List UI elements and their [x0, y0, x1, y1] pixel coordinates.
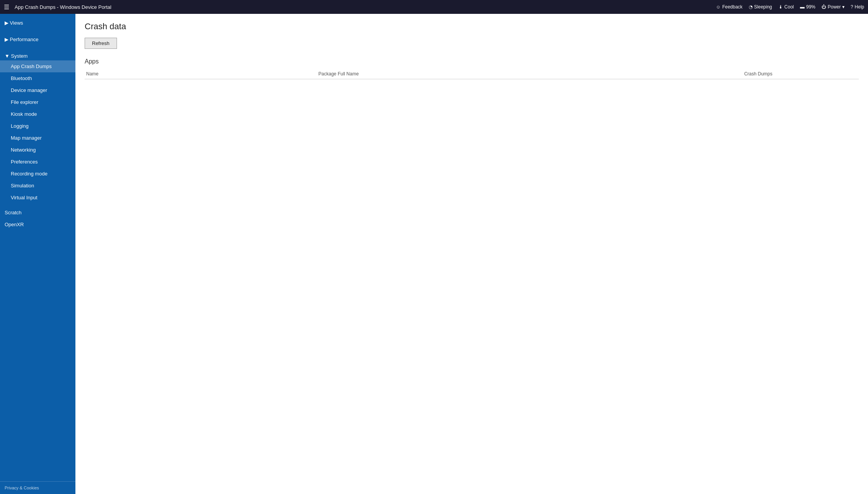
sidebar-item-file-explorer[interactable]: File explorer	[0, 96, 75, 108]
sidebar-item-logging[interactable]: Logging	[0, 120, 75, 132]
nav-section-views: ▶ Views	[0, 14, 75, 30]
feedback-icon: ☺	[716, 4, 721, 10]
sidebar-item-recording-mode[interactable]: Recording mode	[0, 168, 75, 180]
sidebar-item-simulation[interactable]: Simulation	[0, 180, 75, 192]
feedback-button[interactable]: ☺ Feedback	[716, 4, 743, 10]
page-title: Crash data	[85, 22, 859, 32]
content-inner: Crash data Refresh Apps Name Package Ful…	[75, 14, 868, 494]
sleep-label: Sleeping	[754, 4, 772, 10]
sidebar-item-bluetooth[interactable]: Bluetooth	[0, 72, 75, 84]
sidebar-item-views[interactable]: ▶ Views	[0, 17, 75, 27]
sleep-icon: ◔	[749, 4, 753, 10]
battery-label: 99%	[806, 4, 815, 10]
help-icon: ?	[851, 4, 853, 10]
hamburger-menu[interactable]: ☰	[4, 3, 9, 11]
system-items: App Crash DumpsBluetoothDevice managerFi…	[0, 60, 75, 204]
app-title: App Crash Dumps - Windows Device Portal	[15, 4, 713, 10]
sidebar-item-device-manager[interactable]: Device manager	[0, 84, 75, 96]
refresh-button[interactable]: Refresh	[85, 38, 117, 49]
power-icon: ⏻	[821, 4, 826, 10]
col-header-name: Name	[85, 69, 317, 79]
sidebar: ◀ ▶ Views ▶ Performance ▼ System App Cra…	[0, 14, 75, 494]
privacy-cookies-link[interactable]: Privacy & Cookies	[0, 481, 75, 494]
help-label: Help	[855, 4, 864, 10]
power-button[interactable]: ⏻ Power ▾	[821, 4, 844, 10]
nav-section-system: ▼ System App Crash DumpsBluetoothDevice …	[0, 47, 75, 207]
main-layout: ◀ ▶ Views ▶ Performance ▼ System App Cra…	[0, 14, 868, 494]
help-button[interactable]: ? Help	[851, 4, 864, 10]
status-bar: ☺ Feedback ◔ Sleeping 🌡 Cool ▬ 99% ⏻ Pow…	[716, 4, 864, 10]
col-header-crash-dumps: Crash Dumps	[743, 69, 859, 79]
sleep-status[interactable]: ◔ Sleeping	[749, 4, 772, 10]
crash-data-table: Name Package Full Name Crash Dumps	[85, 69, 859, 79]
temp-status: 🌡 Cool	[778, 4, 794, 10]
sidebar-item-app-crash-dumps[interactable]: App Crash Dumps	[0, 60, 75, 72]
content-area: Crash data Refresh Apps Name Package Ful…	[75, 14, 868, 494]
sidebar-item-scratch[interactable]: Scratch	[0, 207, 75, 219]
sidebar-item-map-manager[interactable]: Map manager	[0, 132, 75, 144]
sidebar-item-virtual-input[interactable]: Virtual Input	[0, 192, 75, 204]
feedback-label: Feedback	[722, 4, 743, 10]
sidebar-item-kiosk-mode[interactable]: Kiosk mode	[0, 108, 75, 120]
table-header-row: Name Package Full Name Crash Dumps	[85, 69, 859, 79]
col-header-package: Package Full Name	[317, 69, 743, 79]
sidebar-item-performance[interactable]: ▶ Performance	[0, 33, 75, 44]
sidebar-item-networking[interactable]: Networking	[0, 144, 75, 156]
sidebar-item-openxr[interactable]: OpenXR	[0, 219, 75, 230]
nav-section-performance: ▶ Performance	[0, 30, 75, 47]
apps-section-title: Apps	[85, 58, 859, 65]
temp-label: Cool	[785, 4, 794, 10]
sidebar-item-preferences[interactable]: Preferences	[0, 156, 75, 168]
temp-icon: 🌡	[778, 4, 783, 10]
battery-icon: ▬	[800, 4, 805, 10]
battery-status: ▬ 99%	[800, 4, 815, 10]
topbar: ☰ App Crash Dumps - Windows Device Porta…	[0, 0, 868, 14]
power-label: Power ▾	[828, 4, 844, 10]
sidebar-item-system[interactable]: ▼ System	[0, 50, 75, 60]
